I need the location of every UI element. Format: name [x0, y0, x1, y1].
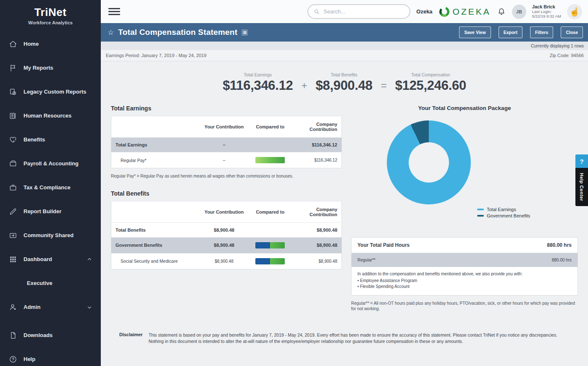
sidebar-item-legacy-custom-reports[interactable]: Legacy Custom Reports — [0, 80, 101, 104]
your-contribution-value: $8,900.48 — [199, 237, 249, 253]
your-contribution-value: $8,900.48 — [199, 253, 249, 269]
ozeka-mark-icon — [438, 6, 450, 18]
home-icon — [9, 40, 17, 48]
note-intro: In addition to the compensation and bene… — [357, 272, 522, 276]
sidebar-item-label: Tax & Compliance — [24, 184, 71, 191]
note-item: Flexible Spending Account — [357, 284, 572, 290]
sidebar-item-my-reports[interactable]: My Reports — [0, 56, 101, 80]
sidebar-item-benefits[interactable]: Benefits — [0, 128, 101, 152]
help-icon — [9, 355, 17, 363]
sidebar-item-dashboard[interactable]: Dashboard — [0, 247, 101, 271]
compared-cell — [249, 237, 291, 253]
paid-hours-header-row[interactable]: Your Total Paid Hours 880.00 hrs — [352, 238, 578, 253]
sidebar-item-admin[interactable]: Admin — [0, 295, 101, 319]
user-info: Jack Brick Last Login: 5/22/19 9:32 AM — [532, 4, 561, 18]
regular-hours-label: Regular** — [357, 258, 375, 262]
hamburger-menu-icon[interactable] — [108, 6, 120, 17]
sidebar-item-payroll-accounting[interactable]: Payroll & Accounting — [0, 152, 101, 175]
plus-sign: + — [302, 80, 307, 92]
sidebar-item-label: Dashboard — [24, 256, 52, 262]
ozeka-logo[interactable]: OZEKA — [438, 6, 491, 18]
sidebar-item-label: Benefits — [24, 136, 45, 143]
regular-pay-footnote: Regular Pay* = Regular Pay as used herei… — [111, 173, 342, 179]
row-label: Regular Pay* — [111, 152, 199, 168]
summary-total-benefits: Total Benefits $8,900.48 — [316, 72, 373, 93]
last-login-time: 5/22/19 9:32 AM — [532, 14, 561, 19]
compared-cell — [249, 253, 291, 269]
brand-logo[interactable]: TriNet➤ Workforce Analytics — [0, 0, 101, 28]
org-name: Ozeka — [416, 8, 432, 15]
legend-swatch — [477, 209, 484, 210]
your-contribution-value: – — [199, 138, 249, 152]
row-label: Total Earnings — [111, 138, 199, 152]
disclaimer-text: This statement is based on your pay and … — [149, 332, 573, 345]
total-benefits-table: Your Contribution Compared to Company Co… — [111, 201, 342, 269]
help-center-label[interactable]: Help Center — [575, 168, 588, 206]
zip-code-text: Zip Code: 94566 — [550, 53, 584, 58]
regular-hours-footnote: Regular** = All non-OT hours paid plus a… — [351, 301, 578, 312]
table-row[interactable]: Social Security and Medicare $8,900.48 $… — [111, 253, 342, 269]
statement-content: Total Earnings $116,346.12 + Total Benef… — [101, 61, 588, 366]
brand-subtitle: Workforce Analytics — [4, 20, 97, 25]
help-question-icon[interactable]: ? — [575, 154, 588, 168]
user-avatar[interactable]: JB — [512, 5, 526, 19]
sidebar-item-tax-compliance[interactable]: Tax & Compliance — [0, 175, 101, 199]
header-blank — [111, 116, 199, 138]
row-count-text: Currently displaying 1 rows — [531, 43, 584, 48]
table-row[interactable]: Regular Pay* – $116,346.12 — [111, 152, 342, 168]
header-compared-to: Compared to — [249, 201, 291, 222]
row-label: Social Security and Medicare — [111, 253, 199, 269]
donut-chart[interactable] — [387, 120, 471, 204]
sidebar-item-label: Downloads — [24, 332, 52, 338]
sidebar-item-label: Report Builder — [24, 208, 61, 214]
table-row[interactable]: Total Benefits $8,900.48 $8,900.48 — [111, 222, 342, 237]
user-name: Jack Brick — [532, 4, 561, 10]
your-contribution-value: $8,900.48 — [199, 222, 249, 237]
company-contribution-value: $8,900.48 — [291, 222, 342, 237]
search-input[interactable] — [323, 8, 395, 15]
favorite-star-icon[interactable]: ☆ — [108, 28, 114, 37]
comparison-bar — [255, 242, 285, 248]
sidebar-item-home[interactable]: Home — [0, 32, 101, 56]
total-earnings-table: Your Contribution Compared to Company Co… — [111, 116, 342, 168]
touch-pointer-icon[interactable]: ☝ — [567, 4, 582, 19]
close-button[interactable]: Close — [561, 26, 583, 38]
page-title: Total Compensation Statement — [118, 28, 237, 37]
compensation-summary: Total Earnings $116,346.12 + Total Benef… — [111, 72, 578, 93]
report-info-icon[interactable]: ▦ — [242, 29, 248, 36]
download-icon — [9, 331, 17, 340]
comparison-bar — [255, 157, 285, 163]
header-blank — [111, 201, 199, 222]
sidebar-item-executive[interactable]: Executive — [0, 271, 101, 295]
earnings-period-text: Earnings Period: January 7, 2019 - May 2… — [106, 53, 207, 58]
compared-cell — [249, 222, 291, 237]
save-view-button[interactable]: Save View — [459, 26, 491, 38]
compared-cell — [249, 138, 291, 152]
sidebar-item-label: Payroll & Accounting — [24, 160, 79, 167]
disclaimer-label: Disclaimer — [119, 332, 143, 345]
legend-label: Total Earnings — [487, 207, 516, 212]
row-label: Total Benefits — [111, 222, 199, 237]
sidebar-item-downloads[interactable]: Downloads — [0, 323, 101, 347]
sidebar-item-human-resources[interactable]: Human Resources — [0, 104, 101, 128]
search-box[interactable] — [307, 4, 410, 19]
sidebar-item-help[interactable]: Help — [0, 347, 101, 366]
summary-total-compensation: Total Compensation $125,246.60 — [395, 72, 466, 93]
benefits-table-heading: Total Benefits — [111, 190, 342, 197]
export-button[interactable]: Export — [499, 26, 522, 38]
tables-column: Total Earnings Your Contribution Compare… — [111, 105, 342, 312]
flag-icon — [9, 64, 17, 72]
sidebar-item-community-shared[interactable]: Community Shared — [0, 223, 101, 247]
paid-hours-regular-row[interactable]: Regular** 880.00 hrs — [352, 253, 578, 267]
main-area: Ozeka OZEKA JB Jack Brick Last Login: 5/… — [101, 0, 588, 366]
sidebar-item-report-builder[interactable]: Report Builder — [0, 199, 101, 223]
summary-value: $8,900.48 — [316, 78, 373, 93]
chevron-down-icon — [87, 304, 92, 310]
notifications-bell-icon[interactable] — [497, 7, 506, 17]
filters-button[interactable]: Filters — [530, 26, 554, 38]
sidebar-item-label: Admin — [24, 304, 40, 310]
table-row[interactable]: Government Benefits $8,900.48 $8,900.48 — [111, 237, 342, 253]
pencil-icon — [9, 207, 17, 216]
table-row[interactable]: Total Earnings – $116,346.12 — [111, 138, 342, 152]
grid-icon — [9, 255, 17, 264]
